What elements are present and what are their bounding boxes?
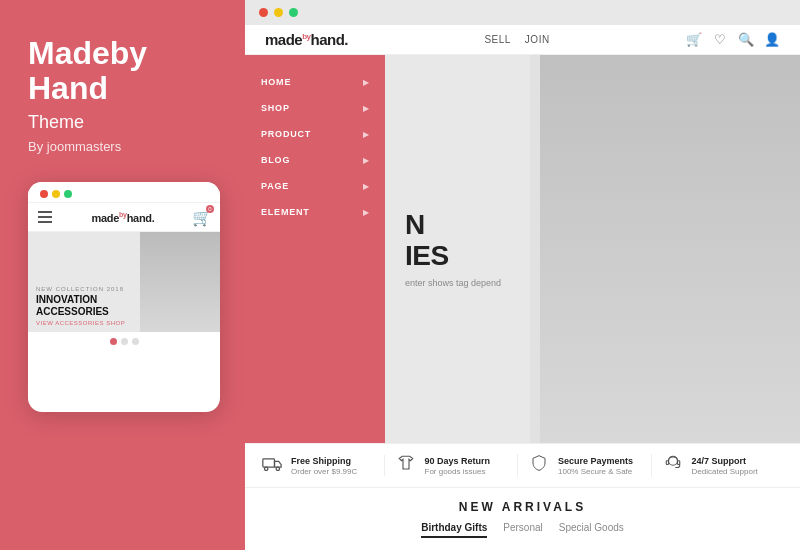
left-panel: Madeby Hand Theme By joommasters madebyh…: [0, 0, 245, 550]
phone-dot-red: [40, 190, 48, 198]
tab-personal[interactable]: Personal: [503, 522, 542, 538]
menu-arrow-home: ▶: [363, 78, 369, 87]
menu-label-home: HOME: [261, 77, 291, 87]
phone-slide-dots: [28, 332, 220, 351]
right-panel: madebyhand. SELL JOIN 🛒 ♡ 🔍 👤 HOME ▶: [245, 0, 800, 550]
return-title: 90 Days Return: [425, 456, 508, 466]
menu-item-page[interactable]: PAGE ▶: [245, 173, 385, 199]
nav-join[interactable]: JOIN: [525, 34, 550, 45]
phone-hero-headline1: INNOVATION ACCESSORIES: [36, 294, 212, 318]
new-arrivals-section: NEW ARRIVALS Birthday Gifts Personal Spe…: [245, 487, 800, 550]
free-shipping-desc: Order over $9.99C: [291, 467, 374, 476]
search-header-icon[interactable]: 🔍: [738, 32, 754, 48]
tab-birthday-gifts[interactable]: Birthday Gifts: [421, 522, 487, 538]
feature-support-text: 24/7 Support Dedicated Support: [692, 456, 775, 476]
menu-item-element[interactable]: ELEMENT ▶: [245, 199, 385, 225]
phone-cta-label[interactable]: VIEW ACCESSORIES SHOP: [36, 320, 212, 326]
author-label: By joommasters: [28, 139, 217, 154]
menu-arrow-blog: ▶: [363, 156, 369, 165]
phone-new-collection-label: NEW COLLECTION 2018: [36, 286, 212, 292]
cart-badge: 0: [206, 205, 214, 213]
truck-icon: [261, 455, 283, 476]
browser-dot-red[interactable]: [259, 8, 268, 17]
shield-icon: [528, 454, 550, 477]
site-logo: madebyhand.: [265, 31, 348, 48]
menu-label-blog: BLOG: [261, 155, 290, 165]
support-desc: Dedicated Support: [692, 467, 775, 476]
feature-free-shipping: Free Shipping Order over $9.99C: [261, 455, 385, 476]
feature-support: 24/7 Support Dedicated Support: [652, 454, 785, 477]
site-main: HOME ▶ SHOP ▶ PRODUCT ▶ BLOG ▶ PAGE ▶: [245, 55, 800, 443]
nav-sell[interactable]: SELL: [484, 34, 510, 45]
hero-line1: N: [405, 209, 425, 240]
menu-arrow-element: ▶: [363, 208, 369, 217]
svg-rect-4: [666, 461, 668, 465]
menu-label-page: PAGE: [261, 181, 289, 191]
features-bar: Free Shipping Order over $9.99C 90 Days …: [245, 443, 800, 487]
hero-big-text: N IES: [405, 210, 501, 272]
feature-payments-text: Secure Payments 100% Secure & Safe: [558, 456, 641, 476]
user-header-icon[interactable]: 👤: [764, 32, 780, 48]
site-header: madebyhand. SELL JOIN 🛒 ♡ 🔍 👤: [245, 25, 800, 55]
site-logo-sup: by: [302, 32, 310, 41]
site-header-icons: 🛒 ♡ 🔍 👤: [686, 32, 780, 48]
hero-subtext: enter shows tag depend: [405, 278, 501, 288]
headset-icon: [662, 454, 684, 477]
hero-bg: [530, 55, 800, 443]
shirt-icon: [395, 454, 417, 477]
menu-item-shop[interactable]: SHOP ▶: [245, 95, 385, 121]
payments-desc: 100% Secure & Safe: [558, 467, 641, 476]
site-hero: N IES enter shows tag depend: [385, 55, 800, 443]
menu-label-product: PRODUCT: [261, 129, 311, 139]
theme-label: Theme: [28, 112, 217, 133]
return-desc: For goods issues: [425, 467, 508, 476]
phone-dot-green: [64, 190, 72, 198]
browser-dot-yellow[interactable]: [274, 8, 283, 17]
payments-title: Secure Payments: [558, 456, 641, 466]
theme-name: Madeby Hand: [28, 36, 217, 106]
svg-rect-0: [263, 459, 275, 467]
slide-dot-3[interactable]: [132, 338, 139, 345]
hamburger-icon[interactable]: [38, 211, 52, 223]
new-arrivals-tabs: Birthday Gifts Personal Special Goods: [265, 522, 780, 538]
menu-label-element: ELEMENT: [261, 207, 310, 217]
new-arrivals-title: NEW ARRIVALS: [265, 500, 780, 514]
free-shipping-title: Free Shipping: [291, 456, 374, 466]
phone-logo-sup: by: [119, 211, 127, 218]
menu-arrow-product: ▶: [363, 130, 369, 139]
feature-return: 90 Days Return For goods issues: [385, 454, 519, 477]
svg-point-2: [276, 467, 279, 470]
feature-payments: Secure Payments 100% Secure & Safe: [518, 454, 652, 477]
hero-line2: IES: [405, 240, 449, 271]
hero-text-area: N IES enter shows tag depend: [385, 190, 521, 308]
slide-dot-1[interactable]: [110, 338, 117, 345]
slide-dot-2[interactable]: [121, 338, 128, 345]
svg-rect-5: [677, 461, 679, 465]
menu-item-home[interactable]: HOME ▶: [245, 69, 385, 95]
browser-chrome: [245, 0, 800, 25]
phone-nav: madebyhand. 🛒 0: [28, 203, 220, 232]
site-nav-links: SELL JOIN: [484, 34, 549, 45]
website-preview: madebyhand. SELL JOIN 🛒 ♡ 🔍 👤 HOME ▶: [245, 25, 800, 550]
heart-header-icon[interactable]: ♡: [712, 32, 728, 48]
phone-mockup: madebyhand. 🛒 0 NEW COLLECTION 2018 INNO…: [28, 182, 220, 412]
feature-return-text: 90 Days Return For goods issues: [425, 456, 508, 476]
site-sidebar: HOME ▶ SHOP ▶ PRODUCT ▶ BLOG ▶ PAGE ▶: [245, 55, 385, 443]
menu-item-blog[interactable]: BLOG ▶: [245, 147, 385, 173]
browser-dot-green[interactable]: [289, 8, 298, 17]
menu-label-shop: SHOP: [261, 103, 290, 113]
tab-special-goods[interactable]: Special Goods: [559, 522, 624, 538]
cart-header-icon[interactable]: 🛒: [686, 32, 702, 48]
svg-point-1: [265, 467, 268, 470]
menu-arrow-page: ▶: [363, 182, 369, 191]
menu-arrow-shop: ▶: [363, 104, 369, 113]
support-title: 24/7 Support: [692, 456, 775, 466]
phone-cart-icon[interactable]: 🛒 0: [194, 209, 210, 225]
phone-logo: madebyhand.: [92, 211, 155, 224]
phone-dot-yellow: [52, 190, 60, 198]
phone-hero: NEW COLLECTION 2018 INNOVATION ACCESSORI…: [28, 232, 220, 332]
phone-topbar: [28, 182, 220, 203]
feature-free-shipping-text: Free Shipping Order over $9.99C: [291, 456, 374, 476]
menu-item-product[interactable]: PRODUCT ▶: [245, 121, 385, 147]
